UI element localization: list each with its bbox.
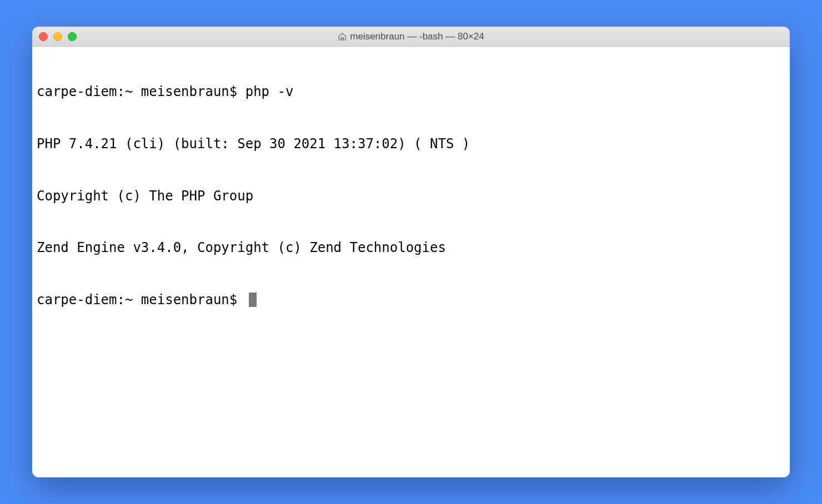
terminal-window: meisenbraun — -bash — 80×24 carpe-diem:~… <box>32 27 790 477</box>
svg-rect-0 <box>341 38 343 40</box>
terminal-prompt: carpe-diem:~ meisenbraun$ <box>37 291 245 309</box>
terminal-line: Zend Engine v3.4.0, Copyright (c) Zend T… <box>37 239 785 256</box>
terminal-cursor <box>249 293 257 307</box>
close-button[interactable] <box>39 32 48 41</box>
window-title: meisenbraun — -bash — 80×24 <box>350 31 484 42</box>
terminal-content[interactable]: carpe-diem:~ meisenbraun$ php -v PHP 7.4… <box>32 47 790 477</box>
home-icon <box>338 32 347 41</box>
traffic-lights <box>39 32 77 41</box>
window-titlebar[interactable]: meisenbraun — -bash — 80×24 <box>32 27 790 47</box>
terminal-line: Copyright (c) The PHP Group <box>37 188 785 205</box>
minimize-button[interactable] <box>53 32 62 41</box>
terminal-line: PHP 7.4.21 (cli) (built: Sep 30 2021 13:… <box>37 135 785 153</box>
terminal-prompt-line: carpe-diem:~ meisenbraun$ <box>37 291 785 309</box>
terminal-line: carpe-diem:~ meisenbraun$ php -v <box>37 83 785 100</box>
maximize-button[interactable] <box>68 32 77 41</box>
window-title-section: meisenbraun — -bash — 80×24 <box>338 31 484 42</box>
